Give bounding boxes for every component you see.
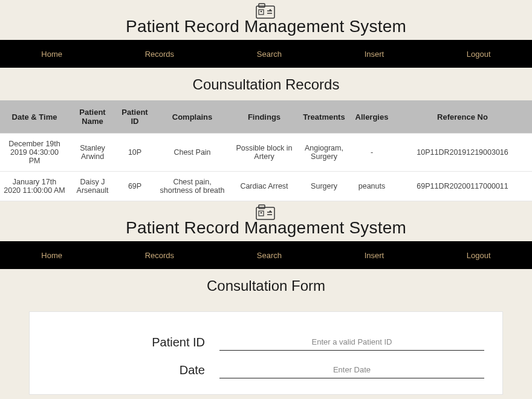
table-row: January 17th 2020 11:00:00 AM Daisy J Ar…	[0, 172, 532, 201]
nav-home[interactable]: Home	[41, 251, 62, 260]
table-header-row: Date & Time Patient Name Patient ID Comp…	[0, 100, 532, 134]
patient-id-label: Patient ID	[48, 336, 205, 349]
nav-insert[interactable]: Insert	[365, 251, 384, 260]
cell-reference: 69P11DR20200117000011	[393, 172, 532, 201]
col-patient-id: Patient ID	[116, 100, 154, 134]
cell-allergies: -	[351, 134, 393, 172]
nav-records[interactable]: Records	[145, 50, 174, 59]
col-reference: Reference No	[393, 100, 532, 134]
cell-datetime: January 17th 2020 11:00:00 AM	[0, 172, 69, 201]
svg-point-7	[261, 212, 262, 214]
col-patient-name: Patient Name	[69, 100, 116, 134]
main-nav: Home Records Search Insert Logout	[0, 40, 532, 68]
date-input[interactable]	[219, 362, 484, 378]
svg-rect-1	[259, 4, 265, 7]
cell-patient-name: Daisy J Arsenault	[69, 172, 116, 201]
app-header: Patient Record Management System	[0, 0, 532, 36]
table-row: December 19th 2019 04:30:00 PM Stanley A…	[0, 134, 532, 172]
main-nav-2: Home Records Search Insert Logout	[0, 241, 532, 269]
cell-findings: Possible block in Artery	[231, 134, 297, 172]
cell-patient-name: Stanley Arwind	[69, 134, 116, 172]
cell-patient-id: 69P	[116, 172, 154, 201]
form-row-patient-id: Patient ID	[48, 334, 484, 351]
cell-treatments: Surgery	[297, 172, 351, 201]
nav-search[interactable]: Search	[257, 50, 282, 59]
svg-rect-5	[259, 205, 265, 209]
cell-allergies: peanuts	[351, 172, 393, 201]
col-datetime: Date & Time	[0, 100, 69, 134]
records-section-title: Counsultation Records	[0, 68, 532, 100]
form-row-date: Date	[48, 362, 484, 378]
date-label: Date	[48, 363, 205, 377]
nav-home[interactable]: Home	[41, 50, 62, 59]
form-section-title: Consultation Form	[0, 269, 532, 302]
col-allergies: Allergies	[351, 100, 393, 134]
consultation-form: Patient ID Date	[29, 311, 503, 395]
nav-search[interactable]: Search	[257, 251, 282, 260]
cell-patient-id: 10P	[116, 134, 154, 172]
nav-logout[interactable]: Logout	[467, 50, 491, 59]
cell-datetime: December 19th 2019 04:30:00 PM	[0, 134, 69, 172]
patient-id-input[interactable]	[219, 334, 484, 351]
cell-reference: 10P11DR20191219003016	[393, 134, 532, 172]
nav-logout[interactable]: Logout	[467, 251, 491, 260]
nav-insert[interactable]: Insert	[365, 50, 384, 59]
svg-point-3	[261, 11, 262, 13]
app-title: Patient Record Management System	[0, 17, 532, 36]
col-complains: Complains	[154, 100, 231, 134]
consultation-records-table: Date & Time Patient Name Patient ID Comp…	[0, 100, 532, 201]
app-title: Patient Record Management System	[0, 218, 532, 238]
col-findings: Findings	[231, 100, 297, 134]
cell-findings: Cardiac Arrest	[231, 172, 297, 201]
nav-records[interactable]: Records	[145, 251, 174, 260]
cell-complains: Chest Pain	[154, 134, 231, 172]
cell-treatments: Angiogram, Surgery	[297, 134, 351, 172]
col-treatments: Treatments	[297, 100, 351, 134]
app-header-2: Patient Record Management System	[0, 201, 532, 238]
cell-complains: Chest pain, shortness of breath	[154, 172, 231, 201]
